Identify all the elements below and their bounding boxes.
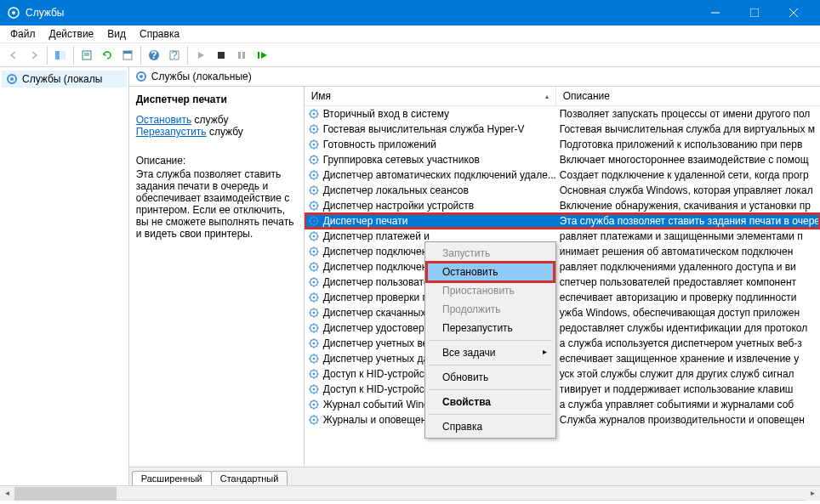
help2-button[interactable]: ? xyxy=(165,46,184,65)
context-separator xyxy=(429,389,552,390)
svg-point-36 xyxy=(312,190,315,192)
menu-action[interactable]: Действие xyxy=(43,26,101,42)
refresh-button[interactable] xyxy=(98,46,117,65)
stop-service-link[interactable]: Остановить xyxy=(136,114,192,126)
show-hide-tree-button[interactable] xyxy=(51,46,70,65)
service-name: Диспетчер настройки устройств xyxy=(323,200,474,212)
service-row[interactable]: Готовность приложенийПодготовка приложен… xyxy=(305,137,820,152)
scroll-left-button[interactable]: ◄ xyxy=(0,486,14,501)
service-name: Диспетчер удостовере xyxy=(323,322,430,334)
svg-point-56 xyxy=(312,343,315,345)
service-description: Гостевая вычислительная служба для вирту… xyxy=(556,123,820,135)
scroll-right-button[interactable]: ► xyxy=(806,486,820,501)
forward-button[interactable] xyxy=(25,46,43,65)
svg-rect-12 xyxy=(123,51,132,54)
service-description: Эта служба позволяет ставить задания печ… xyxy=(556,215,820,227)
menu-help[interactable]: Справка xyxy=(133,26,186,42)
column-header-description[interactable]: Описание xyxy=(556,87,820,105)
restart-service-button[interactable] xyxy=(253,46,271,65)
service-row[interactable]: Диспетчер платежей иравляет платежами и … xyxy=(305,229,820,244)
gear-icon xyxy=(308,292,320,303)
service-row[interactable]: Вторичный вход в системуПозволяет запуск… xyxy=(305,106,820,122)
pause-service-button[interactable] xyxy=(232,46,251,65)
restart-service-link[interactable]: Перезапустить xyxy=(136,126,207,138)
service-list[interactable]: Имя ▴ Описание Вторичный вход в системуП… xyxy=(304,87,820,467)
tab-standard[interactable]: Стандартный xyxy=(211,471,288,485)
service-description: уск этой службы служит для других служб … xyxy=(556,368,820,380)
service-description: а служба используется диспетчером учетны… xyxy=(556,337,820,349)
service-description: тивирует и поддерживает использование кл… xyxy=(556,383,820,395)
service-description: инимает решения об автоматическом подклю… xyxy=(556,246,820,258)
context-resume[interactable]: Продолжить xyxy=(427,300,554,319)
service-description: ужба Windows, обеспечивающая доступ прил… xyxy=(556,307,820,319)
service-row[interactable]: Диспетчер учетных даеспечивает защищенно… xyxy=(305,351,820,366)
service-row[interactable]: Диспетчер подключенинимает решения об ав… xyxy=(305,244,820,259)
service-row[interactable]: Журнал событий Windа служба управляет со… xyxy=(305,397,820,412)
context-help[interactable]: Справка xyxy=(427,417,554,436)
service-row[interactable]: Диспетчер учетных веа служба используетс… xyxy=(305,336,820,351)
close-button[interactable] xyxy=(774,0,813,25)
service-row[interactable]: Диспетчер настройки устройствВключение о… xyxy=(305,198,820,213)
tree-item-services-local[interactable]: Службы (локалы xyxy=(2,71,127,88)
svg-point-22 xyxy=(10,77,14,81)
svg-point-54 xyxy=(312,327,315,330)
service-row[interactable]: Диспетчер подключенравляет подключениями… xyxy=(305,259,820,275)
titlebar: Службы xyxy=(0,0,820,25)
gear-icon xyxy=(308,200,320,212)
service-row[interactable]: Группировка сетевых участниковВключает м… xyxy=(305,152,820,167)
menu-view[interactable]: Вид xyxy=(100,26,133,42)
service-row[interactable]: Диспетчер автоматических подключений уда… xyxy=(305,167,820,183)
minimize-button[interactable] xyxy=(696,0,735,25)
service-row[interactable]: Доступ к HID-устройсттивирует и поддержи… xyxy=(305,382,820,397)
gear-icon xyxy=(134,70,148,83)
context-properties[interactable]: Свойства xyxy=(427,393,554,411)
svg-point-32 xyxy=(312,159,315,161)
service-row[interactable]: Диспетчер удостоверередоставляет службы … xyxy=(305,320,820,336)
service-row[interactable]: Диспетчер пользоватеспетчер пользователе… xyxy=(305,275,820,290)
svg-rect-20 xyxy=(258,52,259,59)
service-row[interactable]: Диспетчер локальных сеансовОсновная служ… xyxy=(305,183,820,198)
service-description: а служба управляет событиями и журналами… xyxy=(556,399,820,411)
service-row[interactable]: Диспетчер печатиЭта служба позволяет ста… xyxy=(305,213,820,229)
service-row[interactable]: Диспетчер проверки песпечивает авторизац… xyxy=(305,290,820,305)
column-header-name[interactable]: Имя ▴ xyxy=(305,87,556,105)
properties-button[interactable] xyxy=(118,46,137,65)
menu-file[interactable]: Файл xyxy=(3,26,43,42)
scroll-thumb[interactable] xyxy=(14,487,117,500)
maximize-button[interactable] xyxy=(735,0,774,25)
tab-extended[interactable]: Расширенный xyxy=(132,471,212,485)
export-list-button[interactable] xyxy=(77,46,96,65)
svg-point-24 xyxy=(140,75,143,78)
start-service-button[interactable] xyxy=(191,46,210,65)
stop-service-button[interactable] xyxy=(212,46,231,65)
context-menu: Запустить Остановить Приостановить Продо… xyxy=(424,241,556,439)
service-row[interactable]: Гостевая вычислительная служба Hyper-VГо… xyxy=(305,122,820,137)
context-alltasks[interactable]: Все задачи xyxy=(427,343,554,362)
service-name: Гостевая вычислительная служба Hyper-V xyxy=(323,123,525,135)
svg-point-44 xyxy=(312,251,315,253)
service-description: равляет платежами и защищенными элемента… xyxy=(556,230,820,242)
statusbar: Остановка службы "Диспетчер печати" на "… xyxy=(0,500,820,504)
gear-icon xyxy=(308,307,320,319)
horizontal-scrollbar[interactable]: ◄ ► xyxy=(0,485,820,500)
scroll-track[interactable] xyxy=(14,486,806,501)
help-button[interactable]: ? xyxy=(145,46,163,65)
gear-icon xyxy=(308,337,320,349)
context-pause[interactable]: Приостановить xyxy=(427,281,554,300)
context-refresh[interactable]: Обновить xyxy=(427,368,554,387)
svg-point-40 xyxy=(312,220,315,223)
svg-rect-6 xyxy=(55,51,60,59)
restart-service-link-row: Перезапустить службу xyxy=(136,126,297,138)
service-name: Доступ к HID-устройст xyxy=(323,368,430,380)
service-row[interactable]: Журналы и оповещения производительностиС… xyxy=(305,412,820,428)
context-restart[interactable]: Перезапустить xyxy=(427,319,554,337)
service-row[interactable]: Доступ к HID-устройстуск этой службы слу… xyxy=(305,366,820,382)
svg-point-66 xyxy=(312,419,315,422)
content-area: Службы (локалы Службы (локальные) Диспет… xyxy=(0,67,820,485)
service-name: Диспетчер платежей и xyxy=(323,230,430,242)
back-button[interactable] xyxy=(4,46,23,65)
service-description: Включает многостороннее взаимодействие с… xyxy=(556,154,820,166)
context-start[interactable]: Запустить xyxy=(427,244,554,263)
service-row[interactable]: Диспетчер скачанныхужба Windows, обеспеч… xyxy=(305,305,820,320)
context-stop[interactable]: Остановить xyxy=(427,263,554,281)
